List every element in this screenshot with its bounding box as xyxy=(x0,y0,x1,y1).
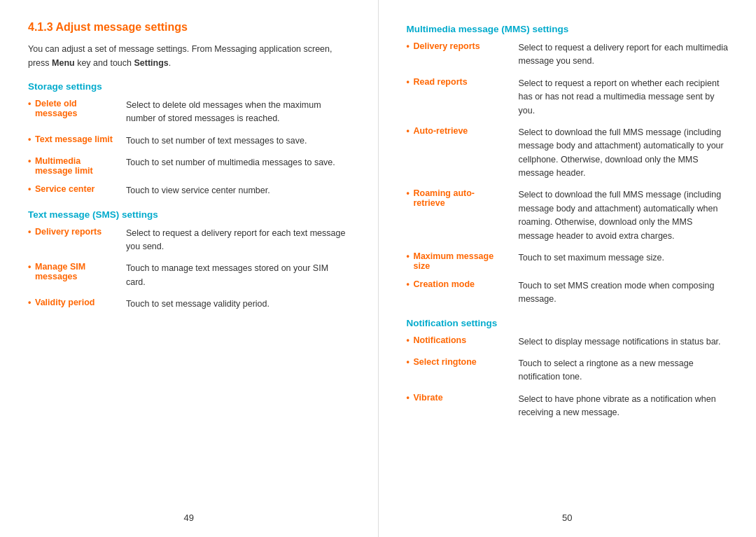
list-item: Select ringtone Touch to select a ringto… xyxy=(407,357,729,384)
setting-desc-ringtone: Touch to select a ringtone as a new mess… xyxy=(519,357,729,384)
setting-desc-max-size: Touch to set maximum message size. xyxy=(519,251,729,265)
setting-desc-vibrate: Select to have phone vibrate as a notifi… xyxy=(519,393,729,420)
list-item: Validity period Touch to set message val… xyxy=(28,298,350,311)
setting-label-validity: Validity period xyxy=(28,298,126,307)
storage-settings-title: Storage settings xyxy=(28,81,350,92)
page-number-right: 50 xyxy=(562,512,572,523)
list-item: Roaming auto-retrieve Select to download… xyxy=(407,188,729,243)
setting-label-text-limit: Text message limit xyxy=(28,134,126,144)
list-item: Read reports Select to request a report … xyxy=(407,77,729,118)
setting-desc-sms-delivery: Select to request a delivery report for … xyxy=(126,227,350,254)
list-item: Manage SIMmessages Touch to manage text … xyxy=(28,262,350,289)
setting-label-ringtone: Select ringtone xyxy=(407,357,519,367)
setting-label-auto-retrieve: Auto-retrieve xyxy=(407,126,519,136)
list-item: Creation mode Touch to set MMS creation … xyxy=(407,279,729,307)
setting-label-manage-sim: Manage SIMmessages xyxy=(28,262,126,281)
list-item: Auto-retrieve Select to download the ful… xyxy=(407,126,729,181)
left-page: 4.1.3 Adjust message settings You can ad… xyxy=(0,0,379,537)
chapter-title: 4.1.3 Adjust message settings xyxy=(28,21,350,34)
setting-desc-creation-mode: Touch to set MMS creation mode when comp… xyxy=(519,279,729,307)
sms-settings-title: Text message (SMS) settings xyxy=(28,209,350,220)
setting-desc-validity: Touch to set message validity period. xyxy=(126,298,350,311)
list-item: Maximum messagesize Touch to set maximum… xyxy=(407,251,729,271)
list-item: Text message limit Touch to set number o… xyxy=(28,134,350,148)
list-item: Delivery reports Select to request a del… xyxy=(28,227,350,254)
setting-desc-service-center: Touch to view service center number. xyxy=(126,184,350,197)
setting-label-read-reports: Read reports xyxy=(407,77,519,87)
setting-label-sms-delivery: Delivery reports xyxy=(28,227,126,237)
setting-label-roaming-retrieve: Roaming auto-retrieve xyxy=(407,188,519,208)
list-item: Delivery reports Select to request a del… xyxy=(407,41,729,69)
setting-label-max-size: Maximum messagesize xyxy=(407,251,519,271)
page-number-left: 49 xyxy=(184,512,194,523)
setting-desc-delete-old: Select to delete old messages when the m… xyxy=(126,99,350,126)
setting-label-mms-delivery: Delivery reports xyxy=(407,41,519,51)
mms-settings-title: Multimedia message (MMS) settings xyxy=(407,24,729,34)
right-page: Multimedia message (MMS) settings Delive… xyxy=(379,0,757,537)
setting-desc-roaming-retrieve: Select to download the full MMS message … xyxy=(519,188,729,243)
setting-desc-mms-delivery: Select to request a delivery report for … xyxy=(519,41,729,69)
list-item: Notifications Select to display message … xyxy=(407,335,729,349)
setting-desc-auto-retrieve: Select to download the full MMS message … xyxy=(519,126,729,181)
setting-label-vibrate: Vibrate xyxy=(407,393,519,403)
setting-label-service-center: Service center xyxy=(28,184,126,194)
list-item: Multimediamessage limit Touch to set num… xyxy=(28,156,350,176)
setting-desc-manage-sim: Touch to manage text messages stored on … xyxy=(126,262,350,289)
list-item: Vibrate Select to have phone vibrate as … xyxy=(407,393,729,420)
list-item: Service center Touch to view service cen… xyxy=(28,184,350,197)
setting-desc-notifications: Select to display message notifications … xyxy=(519,335,729,349)
setting-label-notifications: Notifications xyxy=(407,335,519,345)
setting-label-delete-old: Delete oldmessages xyxy=(28,99,126,118)
intro-text: You can adjust a set of message settings… xyxy=(28,42,350,70)
setting-label-creation-mode: Creation mode xyxy=(407,279,519,289)
setting-desc-text-limit: Touch to set number of text messages to … xyxy=(126,134,350,148)
setting-desc-mms-limit: Touch to set number of multimedia messag… xyxy=(126,156,350,169)
notification-settings-title: Notification settings xyxy=(407,318,729,328)
setting-label-mms-limit: Multimediamessage limit xyxy=(28,156,126,176)
list-item: Delete oldmessages Select to delete old … xyxy=(28,99,350,126)
setting-desc-read-reports: Select to request a report on whether ea… xyxy=(519,77,729,118)
